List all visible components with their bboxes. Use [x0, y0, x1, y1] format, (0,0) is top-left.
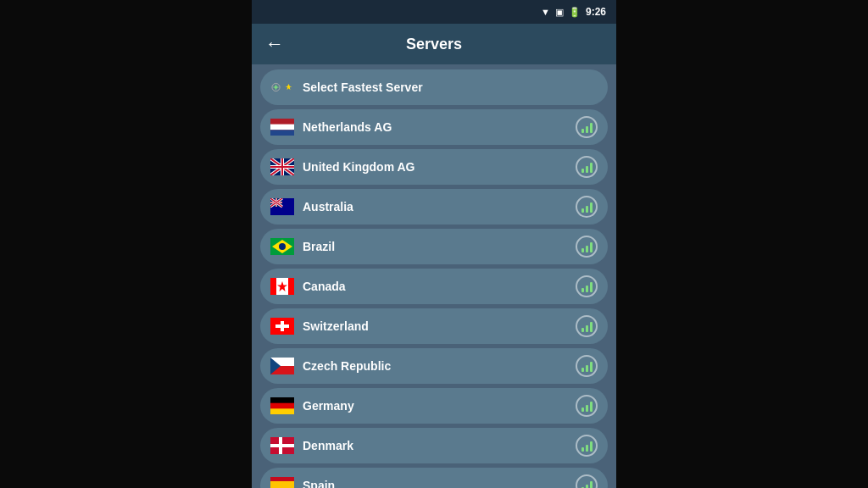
server-name: Netherlands AG — [303, 120, 576, 134]
server-item-es[interactable]: Spain — [260, 468, 608, 488]
signal-status-icon: ▣ — [555, 7, 564, 18]
server-item-br[interactable]: Brazil — [260, 229, 608, 264]
server-name: United Kingdom AG — [303, 160, 576, 174]
signal-icon — [576, 474, 598, 488]
svg-point-25 — [279, 243, 286, 250]
svg-rect-41 — [270, 444, 294, 447]
flag-br — [270, 238, 294, 255]
signal-icon — [576, 156, 598, 178]
server-name: Canada — [303, 280, 576, 293]
flag-de — [270, 397, 294, 414]
server-name: Select Fastest Server — [303, 80, 598, 94]
server-item-au[interactable]: Australia — [260, 189, 608, 225]
server-item-nl[interactable]: Netherlands AG — [260, 109, 608, 145]
back-button[interactable]: ← — [265, 35, 284, 53]
server-item-dk[interactable]: Denmark — [260, 428, 608, 463]
server-list: Select Fastest Server Netherlands AG Uni… — [252, 64, 616, 488]
header: ← Servers — [252, 24, 616, 64]
svg-rect-2 — [270, 125, 294, 130]
wifi-icon: ▼ — [541, 7, 550, 17]
server-item-de[interactable]: Germany — [260, 388, 608, 424]
flag-dk — [270, 437, 294, 454]
server-name: Spain — [303, 479, 576, 488]
server-item-cz[interactable]: Czech Republic — [260, 348, 608, 384]
server-name: Switzerland — [303, 319, 576, 333]
flag-ch — [270, 318, 294, 335]
server-item-ch[interactable]: Switzerland — [260, 308, 608, 344]
server-item-fastest[interactable]: Select Fastest Server — [260, 69, 608, 105]
flag-ca — [270, 278, 294, 295]
svg-rect-27 — [270, 278, 276, 295]
server-name: Brazil — [303, 240, 576, 253]
flag-au — [270, 198, 294, 215]
server-name: Australia — [303, 200, 576, 214]
signal-icon — [576, 275, 598, 297]
svg-rect-28 — [288, 278, 294, 295]
flag-uk — [270, 158, 294, 175]
signal-icon — [576, 196, 598, 218]
svg-rect-38 — [270, 397, 294, 403]
fastest-icon — [270, 79, 294, 96]
server-name: Germany — [303, 399, 576, 413]
flag-nl — [270, 119, 294, 136]
signal-icon — [576, 315, 598, 337]
server-name: Denmark — [303, 439, 576, 452]
signal-icon — [576, 116, 598, 138]
status-time: 9:26 — [586, 6, 606, 18]
server-name: Czech Republic — [303, 359, 576, 373]
svg-rect-3 — [270, 130, 294, 136]
svg-rect-32 — [275, 324, 289, 328]
svg-rect-22 — [270, 202, 282, 203]
server-item-ca[interactable]: Canada — [260, 269, 608, 304]
battery-icon: 🔋 — [569, 7, 581, 18]
signal-icon — [576, 435, 598, 457]
flag-es — [270, 477, 294, 488]
signal-icon — [576, 236, 598, 258]
flag-cz — [270, 358, 294, 374]
signal-icon — [576, 355, 598, 377]
phone-container: ▼ ▣ 🔋 9:26 ← Servers Select Fastest Serv… — [252, 0, 616, 488]
server-item-uk[interactable]: United Kingdom AG — [260, 149, 608, 185]
signal-icon — [576, 395, 598, 417]
svg-rect-43 — [270, 481, 294, 488]
page-title: Servers — [294, 36, 574, 53]
status-bar: ▼ ▣ 🔋 9:26 — [252, 0, 616, 24]
svg-rect-12 — [270, 166, 294, 168]
